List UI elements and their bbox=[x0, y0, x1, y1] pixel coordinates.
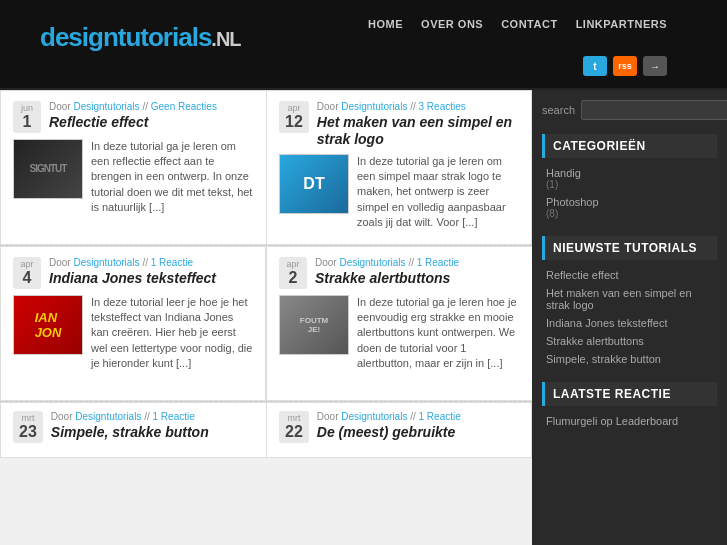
post-5-title: Simpele, strakke button bbox=[51, 424, 254, 441]
post-4-body: FOUTMJE! In deze tutorial ga je leren ho… bbox=[279, 295, 520, 372]
post-4-header: apr 2 Door Designtutorials // 1 Reactie … bbox=[279, 257, 520, 289]
post-1-title: Reflectie effect bbox=[49, 114, 254, 131]
sidebar-newest-3[interactable]: Indiana Jones teksteffect bbox=[546, 314, 713, 332]
sidebar-last-reaction: LAATSTE REACTIE Flumurgeli op Leaderboar… bbox=[542, 382, 717, 430]
post-5-byline: Door Designtutorials // 1 Reactie bbox=[51, 411, 254, 422]
post-2-byline: Door Designtutorials // 3 Reacties bbox=[317, 101, 519, 112]
post-1-byline: Door Designtutorials // Geen Reacties bbox=[49, 101, 254, 112]
post-1-header: jun 1 Door Designtutorials // Geen React… bbox=[13, 101, 254, 133]
post-6: mrt 22 Door Designtutorials // 1 Reactie… bbox=[266, 402, 532, 458]
post-3-title: Indiana Jones teksteffect bbox=[49, 270, 253, 287]
post-2: apr 12 Door Designtutorials // 3 Reactie… bbox=[266, 90, 532, 245]
sidebar-category-photoshop[interactable]: Photoshop (8) bbox=[546, 193, 713, 222]
post-2-thumbnail: DT bbox=[279, 154, 349, 214]
share-icon[interactable]: → bbox=[643, 56, 667, 76]
post-4-title: Strakke alertbuttons bbox=[315, 270, 520, 287]
post-4-byline: Door Designtutorials // 1 Reactie bbox=[315, 257, 520, 268]
post-4-thumbnail: FOUTMJE! bbox=[279, 295, 349, 355]
bottom-posts: mrt 23 Door Designtutorials // 1 Reactie… bbox=[0, 402, 532, 458]
rss-icon[interactable]: rss bbox=[613, 56, 637, 76]
nav-linkpartners[interactable]: LINKPARTNERS bbox=[576, 18, 667, 30]
nav-contact[interactable]: CONTACT bbox=[501, 18, 557, 30]
post-6-day: 22 bbox=[285, 423, 303, 441]
post-2-body: DT In deze tutorial ga je leren om een s… bbox=[279, 154, 519, 231]
post-6-author-link[interactable]: Designtutorials bbox=[341, 411, 407, 422]
post-6-month: mrt bbox=[287, 413, 300, 423]
sidebar-category-photoshop-link[interactable]: Photoshop bbox=[546, 196, 713, 208]
twitter-icon[interactable]: t bbox=[583, 56, 607, 76]
sidebar-categories-list: Handig (1) Photoshop (8) bbox=[542, 164, 717, 222]
post-1-excerpt: In deze tutorial ga je leren om een refl… bbox=[91, 139, 254, 216]
post-2-title: Het maken van een simpel en strak logo bbox=[317, 114, 519, 148]
post-6-reactions-link[interactable]: 1 Reactie bbox=[419, 411, 461, 422]
search-label: search bbox=[542, 104, 575, 116]
post-2-author-link[interactable]: Designtutorials bbox=[341, 101, 407, 112]
post-2-month: apr bbox=[287, 103, 300, 113]
post-6-date: mrt 22 bbox=[279, 411, 309, 443]
sidebar-newest-title: NIEUWSTE TUTORIALS bbox=[542, 236, 717, 260]
post-5-month: mrt bbox=[21, 413, 34, 423]
post-3-author-link[interactable]: Designtutorials bbox=[73, 257, 139, 268]
navigation: HOME OVER ONS CONTACT LINKPARTNERS bbox=[368, 18, 667, 30]
sidebar-categories-title: CATEGORIEËN bbox=[542, 134, 717, 158]
sidebar-category-photoshop-count: (8) bbox=[546, 208, 713, 219]
post-3-body: IANJON In deze tutorial leer je hoe je h… bbox=[13, 295, 253, 372]
post-6-title: De (meest) gebruikte bbox=[317, 424, 519, 441]
sidebar-newest-5[interactable]: Simpele, strakke button bbox=[546, 350, 713, 368]
post-1-author-link[interactable]: Designtutorials bbox=[73, 101, 139, 112]
sidebar-category-handig-link[interactable]: Handig bbox=[546, 167, 713, 179]
post-5-author-link[interactable]: Designtutorials bbox=[75, 411, 141, 422]
post-1-month: jun bbox=[21, 103, 33, 113]
post-1-reactions-link[interactable]: Geen Reacties bbox=[151, 101, 217, 112]
header: designtutorials.NL HOME OVER ONS CONTACT… bbox=[0, 0, 727, 90]
post-1-thumbnail: SIGNTUT bbox=[13, 139, 83, 199]
post-2-reactions-link[interactable]: 3 Reacties bbox=[419, 101, 466, 112]
nav-over-ons[interactable]: OVER ONS bbox=[421, 18, 483, 30]
main-layout: jun 1 Door Designtutorials // Geen React… bbox=[0, 90, 727, 545]
logo-text: designtutorials bbox=[40, 22, 211, 52]
sidebar: search CATEGORIEËN Handig (1) Photoshop … bbox=[532, 90, 727, 545]
sidebar-categories: CATEGORIEËN Handig (1) Photoshop (8) bbox=[542, 134, 717, 222]
search-box: search bbox=[542, 100, 717, 120]
sidebar-newest-1[interactable]: Reflectie effect bbox=[546, 266, 713, 284]
post-3-header: apr 4 Door Designtutorials // 1 Reactie … bbox=[13, 257, 253, 289]
post-6-byline: Door Designtutorials // 1 Reactie bbox=[317, 411, 519, 422]
post-1-date: jun 1 bbox=[13, 101, 41, 133]
post-4-reactions-link[interactable]: 1 Reactie bbox=[417, 257, 459, 268]
post-3-month: apr bbox=[20, 259, 33, 269]
post-4-title-area: Door Designtutorials // 1 Reactie Strakk… bbox=[315, 257, 520, 287]
post-2-title-area: Door Designtutorials // 3 Reacties Het m… bbox=[317, 101, 519, 148]
post-3-title-area: Door Designtutorials // 1 Reactie Indian… bbox=[49, 257, 253, 287]
posts-grid: jun 1 Door Designtutorials // Geen React… bbox=[0, 90, 532, 402]
post-4-thumb-image: FOUTMJE! bbox=[280, 296, 348, 354]
sidebar-newest: NIEUWSTE TUTORIALS Reflectie effect Het … bbox=[542, 236, 717, 368]
post-4-excerpt: In deze tutorial ga je leren hoe je eenv… bbox=[357, 295, 520, 372]
sidebar-newest-list: Reflectie effect Het maken van een simpe… bbox=[542, 266, 717, 368]
sidebar-last-reaction-1[interactable]: Flumurgeli op Leaderboard bbox=[546, 412, 713, 430]
post-6-header: mrt 22 Door Designtutorials // 1 Reactie… bbox=[279, 411, 519, 443]
sidebar-category-handig[interactable]: Handig (1) bbox=[546, 164, 713, 193]
post-3-thumb-image: IANJON bbox=[14, 296, 82, 354]
nav-home[interactable]: HOME bbox=[368, 18, 403, 30]
post-2-header: apr 12 Door Designtutorials // 3 Reactie… bbox=[279, 101, 519, 148]
content-area: jun 1 Door Designtutorials // Geen React… bbox=[0, 90, 532, 545]
sidebar-newest-4[interactable]: Strakke alertbuttons bbox=[546, 332, 713, 350]
post-4-month: apr bbox=[286, 259, 299, 269]
post-1-day: 1 bbox=[23, 113, 32, 131]
sidebar-newest-2[interactable]: Het maken van een simpel en strak logo bbox=[546, 284, 713, 314]
post-3-date: apr 4 bbox=[13, 257, 41, 289]
post-2-day: 12 bbox=[285, 113, 303, 131]
post-3: apr 4 Door Designtutorials // 1 Reactie … bbox=[0, 246, 266, 401]
post-3-reactions-link[interactable]: 1 Reactie bbox=[151, 257, 193, 268]
post-3-byline: Door Designtutorials // 1 Reactie bbox=[49, 257, 253, 268]
post-2-excerpt: In deze tutorial ga je leren om een simp… bbox=[357, 154, 519, 231]
post-3-day: 4 bbox=[23, 269, 32, 287]
post-4-date: apr 2 bbox=[279, 257, 307, 289]
sidebar-last-reaction-list: Flumurgeli op Leaderboard bbox=[542, 412, 717, 430]
post-5-header: mrt 23 Door Designtutorials // 1 Reactie… bbox=[13, 411, 254, 443]
post-4-day: 2 bbox=[289, 269, 298, 287]
post-5: mrt 23 Door Designtutorials // 1 Reactie… bbox=[0, 402, 266, 458]
post-4-author-link[interactable]: Designtutorials bbox=[339, 257, 405, 268]
post-5-reactions-link[interactable]: 1 Reactie bbox=[153, 411, 195, 422]
search-input[interactable] bbox=[581, 100, 727, 120]
